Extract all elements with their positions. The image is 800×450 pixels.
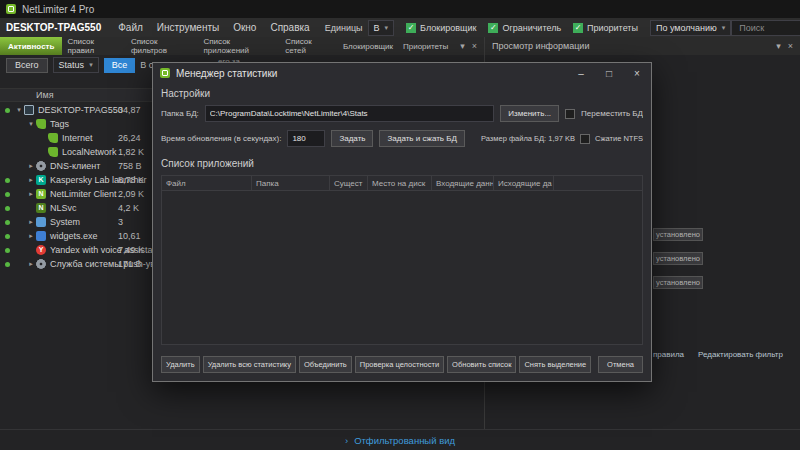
tab[interactable]: Список правил bbox=[62, 37, 125, 55]
units-label: Единицы bbox=[325, 23, 363, 33]
expand-arrow-icon[interactable]: ▸ bbox=[26, 190, 36, 198]
tag-icon bbox=[48, 147, 58, 157]
checkbox-icon[interactable]: ✓ bbox=[406, 23, 416, 33]
checkbox-icon[interactable]: ✓ bbox=[573, 23, 583, 33]
status-dropdown[interactable]: Status ▾ bbox=[53, 57, 99, 73]
dialog-action-button[interactable]: Удалить bbox=[161, 356, 200, 373]
column-header[interactable]: Входящие данн bbox=[432, 176, 494, 190]
set-button[interactable]: Задать bbox=[331, 130, 373, 147]
total-button[interactable]: Всего bbox=[6, 58, 48, 73]
apps-table-body[interactable] bbox=[162, 191, 642, 344]
tab-tools-right: ▾ × bbox=[769, 41, 800, 51]
online-dot bbox=[5, 206, 10, 211]
tab[interactable]: Список сетей bbox=[280, 37, 338, 55]
toggle-label: Блокировщик bbox=[420, 23, 476, 33]
info-links: правила Редактировать фильтр bbox=[653, 350, 783, 359]
dialog-action-button[interactable]: Проверка целостности bbox=[355, 356, 444, 373]
close-icon[interactable]: × bbox=[788, 41, 793, 51]
column-header[interactable]: Файл bbox=[162, 176, 252, 190]
toggle[interactable]: ✓Ограничитель bbox=[488, 23, 561, 33]
tree-row-label: Tags bbox=[50, 119, 69, 129]
expand-arrow-icon[interactable]: ▸ bbox=[26, 218, 36, 226]
change-button[interactable]: Изменить... bbox=[500, 105, 559, 122]
db-size-group: Размер файла БД: 1,97 KB Сжатие NTFS bbox=[481, 134, 643, 144]
rules-link[interactable]: правила bbox=[653, 350, 684, 359]
menu-item[interactable]: Окно bbox=[226, 22, 263, 33]
db-folder-input[interactable] bbox=[205, 105, 495, 122]
column-header[interactable]: Исходящие да bbox=[494, 176, 554, 190]
menu-item[interactable]: Справка bbox=[263, 22, 316, 33]
netlimiter-logo-icon bbox=[6, 4, 16, 14]
tab[interactable]: Список приложений bbox=[199, 37, 281, 55]
expand-arrow-icon[interactable]: ▾ bbox=[26, 120, 36, 128]
tab-strip: АктивностьСписок правилСписок фильтровСп… bbox=[0, 37, 453, 55]
app-window: NetLimiter 4 Pro DESKTOP-TPAG550 ФайлИнс… bbox=[0, 0, 800, 450]
online-dot bbox=[5, 178, 10, 183]
tree-row-label: DNS-клиент bbox=[50, 161, 100, 171]
tab[interactable]: Список фильтров bbox=[126, 37, 199, 55]
column-header[interactable]: Папка bbox=[252, 176, 330, 190]
computer-icon bbox=[24, 105, 34, 115]
close-icon[interactable]: × bbox=[472, 41, 477, 51]
minimize-icon[interactable]: – bbox=[567, 63, 595, 83]
menubar-toggles: ✓Блокировщик✓Ограничитель✓Приоритеты bbox=[394, 23, 638, 33]
db-folder-row: Папка БД: Изменить... Переместить БД bbox=[161, 105, 643, 122]
expand-arrow-icon[interactable]: ▸ bbox=[26, 232, 36, 240]
toggle-label: Ограничитель bbox=[502, 23, 561, 33]
settings-section-label: Настройки bbox=[161, 88, 643, 99]
host-name[interactable]: DESKTOP-TPAG550 bbox=[6, 22, 101, 33]
yandex-icon: Y bbox=[36, 245, 46, 255]
netlimiter-logo-icon bbox=[160, 68, 170, 78]
tab[interactable]: Приоритеты bbox=[398, 37, 453, 55]
column-header[interactable]: Сущест bbox=[330, 176, 368, 190]
netlimiter2-icon: N bbox=[36, 203, 46, 213]
all-button[interactable]: Все bbox=[104, 58, 136, 73]
expand-arrow-icon[interactable]: ▸ bbox=[26, 162, 36, 170]
tab[interactable]: Блокировщик bbox=[338, 37, 398, 55]
maximize-icon[interactable]: □ bbox=[595, 63, 623, 83]
move-db-checkbox[interactable] bbox=[565, 109, 575, 119]
info-panel-header: Просмотр информации ▾ × bbox=[484, 37, 800, 55]
search-input[interactable] bbox=[737, 22, 800, 34]
set-and-compact-button[interactable]: Задать и сжать БД bbox=[379, 130, 464, 147]
filtered-view-link[interactable]: Отфильтрованный вид bbox=[354, 435, 455, 446]
checkbox-icon[interactable]: ✓ bbox=[488, 23, 498, 33]
db-folder-label: Папка БД: bbox=[161, 109, 199, 118]
chevron-down-icon: ▾ bbox=[89, 61, 93, 69]
units-dropdown[interactable]: B ▾ bbox=[368, 20, 395, 36]
expand-arrow-icon[interactable]: ▾ bbox=[14, 106, 24, 114]
menu-item[interactable]: Инструменты bbox=[150, 22, 226, 33]
online-dot bbox=[5, 248, 10, 253]
menu-item[interactable]: Файл bbox=[111, 22, 150, 33]
tab[interactable]: Активность bbox=[0, 37, 62, 55]
apps-table: ФайлПапкаСущестМесто на дискВходящие дан… bbox=[161, 175, 643, 345]
edit-filter-link[interactable]: Редактировать фильтр bbox=[698, 350, 783, 359]
apps-section-label: Список приложений bbox=[161, 158, 643, 169]
dialog-body: Настройки Папка БД: Изменить... Перемест… bbox=[153, 83, 651, 356]
close-icon[interactable]: × bbox=[623, 63, 651, 83]
dialog-action-button[interactable]: Обновить список bbox=[447, 356, 516, 373]
expand-arrow-icon[interactable]: ▸ bbox=[26, 260, 36, 268]
installed-badge[interactable]: установлено bbox=[653, 252, 703, 265]
column-header[interactable]: Место на диск bbox=[368, 176, 432, 190]
online-dot bbox=[5, 108, 10, 113]
dialog-action-button[interactable]: Объединить bbox=[299, 356, 352, 373]
cancel-button[interactable]: Отмена bbox=[598, 356, 643, 373]
dialog-action-button[interactable]: Снять выделение bbox=[519, 356, 591, 373]
netlimiter-icon: N bbox=[36, 189, 46, 199]
installed-badge[interactable]: установлено bbox=[653, 228, 703, 241]
expand-arrow-icon[interactable]: ▸ bbox=[26, 176, 36, 184]
refresh-input[interactable] bbox=[287, 130, 325, 147]
toggle[interactable]: ✓Приоритеты bbox=[573, 23, 638, 33]
widgets-icon bbox=[36, 231, 46, 241]
chevron-down-icon[interactable]: ▾ bbox=[460, 41, 465, 51]
menubar: DESKTOP-TPAG550 ФайлИнструментыОкноСправ… bbox=[0, 18, 800, 37]
installed-badge[interactable]: установлено bbox=[653, 276, 703, 289]
chevron-down-icon[interactable]: ▾ bbox=[776, 41, 781, 51]
toggle[interactable]: ✓Блокировщик bbox=[406, 23, 476, 33]
dialog-titlebar[interactable]: Менеджер статистики – □ × bbox=[153, 63, 651, 83]
dialog-action-button[interactable]: Удалить всю статистику bbox=[203, 356, 296, 373]
preset-dropdown[interactable]: По умолчанию ▾ bbox=[650, 20, 731, 36]
toggle-label: Приоритеты bbox=[587, 23, 638, 33]
ntfs-compress-checkbox[interactable] bbox=[580, 134, 590, 144]
